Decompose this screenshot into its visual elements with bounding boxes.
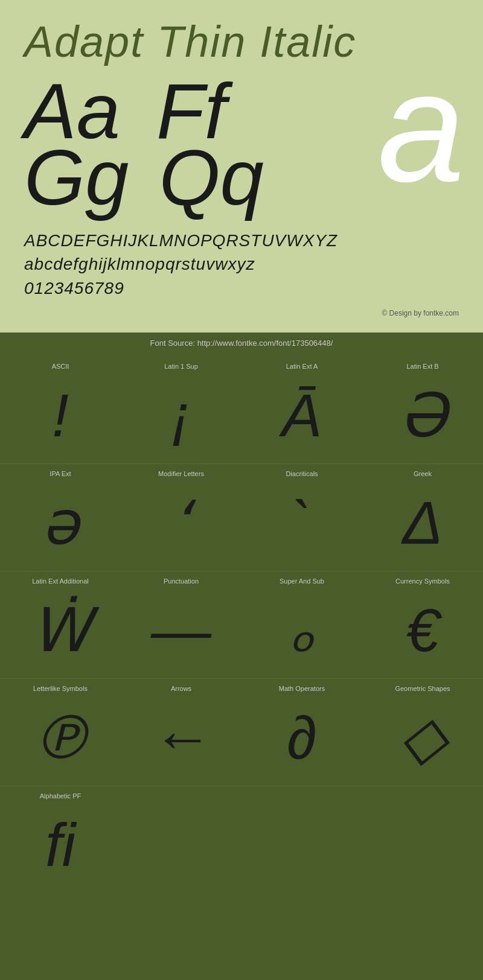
glyph-char-greek: Δ — [402, 483, 443, 562]
glyph-char-superandsub: ₒ — [290, 591, 315, 669]
glyph-cell-currencysymbols: Currency Symbols€ — [362, 571, 483, 678]
glyph-char-latinexta: Ā — [282, 376, 322, 454]
glyph-label-diacriticals: Diacriticals — [286, 470, 318, 477]
glyph-cell-greek: GreekΔ — [362, 464, 483, 571]
font-source-label: Font Source: — [150, 339, 195, 348]
glyph-char-punctuation: — — [151, 591, 211, 669]
glyph-char-mathoperators: ∂ — [287, 698, 316, 777]
letter-large-a: a — [377, 60, 465, 194]
glyph-char-alphabeticpf: ﬁ — [45, 806, 75, 884]
glyph-label-currencysymbols: Currency Symbols — [395, 578, 450, 585]
glyph-grid: ASCII!Latin 1 Sup¡Latin Ext AĀLatin Ext … — [0, 357, 483, 893]
alphabet-lower: abcdefghijklmnopqrstuvwxyz — [24, 252, 459, 276]
glyph-char-currencysymbols: € — [406, 591, 440, 669]
bottom-section: Font Source: http://www.fontke.com/font/… — [0, 332, 483, 893]
font-source-url: http://www.fontke.com/font/173506448/ — [197, 339, 333, 348]
glyph-label-ascii: ASCII — [52, 363, 69, 370]
glyph-cell-latinextadditional: Latin Ext AdditionalẆ — [0, 571, 121, 678]
top-section: Adapt Thin Italic Aa Ff a Gg Qq ABCDEFGH… — [0, 0, 483, 332]
glyph-char-ascii: ! — [52, 376, 69, 454]
glyph-char-ipaext: ə — [42, 483, 79, 562]
glyph-cell-ipaext: IPA Extə — [0, 464, 121, 571]
glyph-label-latinextb: Latin Ext B — [406, 363, 438, 370]
glyph-char-latinextadditional: Ẇ — [31, 591, 91, 669]
glyph-label-greek: Greek — [414, 470, 432, 477]
glyph-char-latin1sup: ¡ — [171, 376, 191, 454]
glyph-cell-alphabeticpf: Alphabetic PFﬁ — [0, 786, 121, 893]
glyph-label-alphabeticpf: Alphabetic PF — [40, 792, 81, 800]
glyph-cell-geometricshapes: Geometric Shapes◇ — [362, 679, 483, 786]
glyph-label-latinexta: Latin Ext A — [286, 363, 318, 370]
glyph-char-geometricshapes: ◇ — [400, 698, 446, 777]
letter-pair-qq: Qq — [159, 138, 263, 217]
digits: 0123456789 — [24, 276, 459, 300]
glyph-cell-punctuation: Punctuation— — [121, 571, 242, 678]
glyph-label-latin1sup: Latin 1 Sup — [164, 363, 198, 370]
font-source: Font Source: http://www.fontke.com/font/… — [0, 332, 483, 357]
glyph-char-diacriticals: ` — [292, 483, 312, 562]
alphabet-section: ABCDEFGHIJKLMNOPQRSTUVWXYZ abcdefghijklm… — [24, 229, 459, 306]
glyph-label-letterlikesymbols: Letterlike Symbols — [33, 685, 88, 692]
glyph-cell-latinextb: Latin Ext BƏ — [362, 357, 483, 463]
glyph-label-ipaext: IPA Ext — [50, 470, 71, 477]
alphabet-upper: ABCDEFGHIJKLMNOPQRSTUVWXYZ — [24, 229, 459, 252]
glyph-cell-latin1sup: Latin 1 Sup¡ — [121, 357, 242, 463]
glyph-label-superandsub: Super And Sub — [280, 578, 324, 585]
glyph-char-letterlikesymbols: ℗ — [30, 698, 91, 777]
glyph-label-punctuation: Punctuation — [164, 578, 199, 585]
glyph-label-geometricshapes: Geometric Shapes — [395, 685, 450, 692]
glyph-char-latinextb: Ə — [399, 376, 447, 454]
glyph-char-modifierletters: ʻ — [171, 483, 191, 562]
glyph-cell-arrows: Arrows← — [121, 679, 242, 786]
letter-pair-gg: Gg — [24, 138, 129, 217]
glyph-cell-superandsub: Super And Subₒ — [242, 571, 362, 678]
glyph-label-mathoperators: Math Operators — [279, 685, 325, 692]
glyph-label-latinextadditional: Latin Ext Additional — [32, 578, 89, 585]
glyph-cell-mathoperators: Math Operators∂ — [242, 679, 362, 786]
glyph-cell-letterlikesymbols: Letterlike Symbols℗ — [0, 679, 121, 786]
glyph-char-arrows: ← — [151, 698, 211, 777]
copyright: © Design by fontke.com — [24, 306, 459, 320]
glyph-label-modifierletters: Modifier Letters — [158, 470, 204, 477]
glyph-label-arrows: Arrows — [171, 685, 191, 692]
glyph-cell-ascii: ASCII! — [0, 357, 121, 463]
glyph-cell-latinexta: Latin Ext AĀ — [242, 357, 362, 463]
glyph-cell-diacriticals: Diacriticals` — [242, 464, 362, 571]
glyph-cell-modifierletters: Modifier Lettersʻ — [121, 464, 242, 571]
